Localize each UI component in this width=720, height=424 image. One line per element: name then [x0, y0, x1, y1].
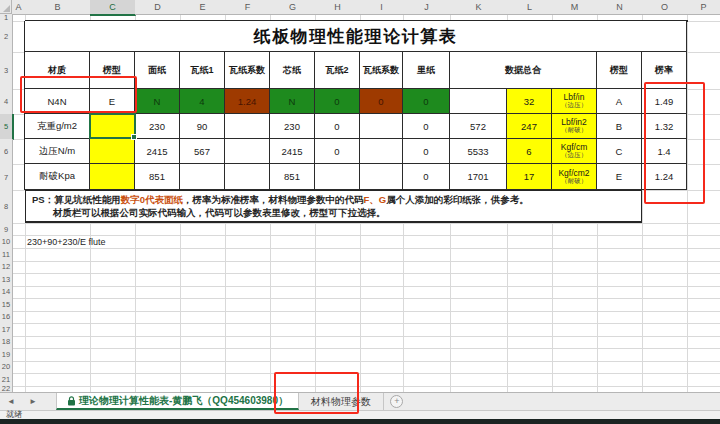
cell-i4[interactable]: 0: [360, 89, 403, 114]
fill-handle[interactable]: [131, 134, 137, 140]
cell-e4[interactable]: 4: [180, 89, 225, 114]
row-header-15[interactable]: 15: [0, 298, 13, 312]
row-header-2[interactable]: 2: [0, 21, 13, 53]
cell-n4[interactable]: A: [597, 89, 642, 114]
cell-h6[interactable]: 0: [315, 139, 360, 164]
header-corrugating2[interactable]: 瓦纸2: [315, 52, 360, 89]
row-header-17[interactable]: 17: [0, 323, 13, 337]
header-liner-paper[interactable]: 里纸: [403, 52, 450, 89]
row-header-18[interactable]: 18: [0, 336, 13, 350]
cell-k7[interactable]: 1701: [450, 164, 507, 190]
cell-f5-empty[interactable]: [225, 114, 270, 139]
cell-e5[interactable]: 90: [180, 114, 225, 139]
cell-n7[interactable]: E: [597, 164, 642, 190]
row-header-14[interactable]: 14: [0, 286, 13, 300]
header-corrugating-factor1[interactable]: 瓦纸系数: [225, 52, 270, 89]
cell-g6[interactable]: 2415: [270, 139, 315, 164]
cell-h4[interactable]: 0: [315, 89, 360, 114]
row-header-13[interactable]: 13: [0, 273, 13, 287]
cell-h5[interactable]: 0: [315, 114, 360, 139]
row-header-6[interactable]: 6: [0, 139, 13, 165]
cell-f4[interactable]: 1.24: [225, 89, 270, 114]
cell-g7[interactable]: 851: [270, 164, 315, 190]
cell-n5[interactable]: B: [597, 114, 642, 139]
cell-h7-empty[interactable]: [315, 164, 360, 190]
table-title[interactable]: 纸板物理性能理论计算表: [25, 21, 687, 52]
cell-l7[interactable]: 17: [507, 164, 552, 190]
cell-l4[interactable]: 32: [507, 89, 552, 114]
cell-k6[interactable]: 5533: [450, 139, 507, 164]
cell-b10-flute-formula[interactable]: 230+90+230/E flute: [27, 235, 277, 248]
cell-d4[interactable]: N: [135, 89, 180, 114]
column-header-F[interactable]: F: [225, 0, 271, 15]
cell-g5[interactable]: 230: [270, 114, 315, 139]
cell-e6[interactable]: 567: [180, 139, 225, 164]
cell-i5-empty[interactable]: [360, 114, 403, 139]
column-header-P[interactable]: P: [687, 0, 720, 15]
column-header-K[interactable]: K: [450, 0, 508, 15]
column-header-D[interactable]: D: [135, 0, 181, 15]
cell-b5-grammage-label[interactable]: 克重g/m2: [25, 114, 90, 139]
row-header-20[interactable]: 20: [0, 361, 13, 375]
cell-j5[interactable]: 0: [403, 114, 450, 139]
row-header-4[interactable]: 4: [0, 89, 13, 115]
column-header-B[interactable]: B: [25, 0, 91, 15]
ps-note-cell[interactable]: PS：算见坑纸性能用数字0代表面纸，楞率为标准楞率，材料物理参数中的代码F、G属…: [25, 190, 642, 223]
column-header-H[interactable]: H: [315, 0, 361, 15]
cell-d5[interactable]: 230: [135, 114, 180, 139]
column-header-A[interactable]: A: [12, 0, 26, 15]
header-corrugating1[interactable]: 瓦纸1: [180, 52, 225, 89]
cell-m4-unit[interactable]: Lbf/in （边压）: [552, 89, 597, 114]
column-header-I[interactable]: I: [360, 0, 404, 15]
cell-k4-empty[interactable]: [450, 89, 507, 114]
row-header-7[interactable]: 7: [0, 164, 13, 191]
cell-e7-empty[interactable]: [180, 164, 225, 190]
column-header-J[interactable]: J: [403, 0, 451, 15]
cell-b6-edge-crush-label[interactable]: 边压N/m: [25, 139, 90, 164]
scroll-tabs-right-icon[interactable]: ►: [22, 393, 44, 410]
column-header-N[interactable]: N: [597, 0, 643, 15]
row-header-10[interactable]: 10: [0, 235, 13, 249]
cell-l5[interactable]: 247: [507, 114, 552, 139]
cell-i7-empty[interactable]: [360, 164, 403, 190]
cell-c6-empty[interactable]: [90, 139, 135, 164]
row-header-5[interactable]: 5: [0, 114, 14, 140]
cell-l6[interactable]: 6: [507, 139, 552, 164]
new-sheet-button[interactable]: +: [384, 393, 410, 410]
row-header-3[interactable]: 3: [0, 52, 13, 90]
cell-f7-empty[interactable]: [225, 164, 270, 190]
row-header-11[interactable]: 11: [0, 248, 13, 262]
row-header-19[interactable]: 19: [0, 348, 13, 362]
cell-n6[interactable]: C: [597, 139, 642, 164]
scroll-tabs-left-icon[interactable]: ◄: [0, 393, 22, 410]
header-corrugating-factor2[interactable]: 瓦纸系数: [360, 52, 403, 89]
row-header-12[interactable]: 12: [0, 261, 13, 275]
cell-m6-unit[interactable]: Kgf/cm （边压）: [552, 139, 597, 164]
cell-k5[interactable]: 572: [450, 114, 507, 139]
active-cell-selection[interactable]: [89, 113, 136, 139]
header-core-paper[interactable]: 芯纸: [270, 52, 315, 89]
cell-m7-unit[interactable]: Kgf/cm2 （耐破）: [552, 164, 597, 190]
cell-f6-empty[interactable]: [225, 139, 270, 164]
cell-j6[interactable]: 0: [403, 139, 450, 164]
cell-g4[interactable]: N: [270, 89, 315, 114]
column-header-M[interactable]: M: [552, 0, 598, 15]
row-header-8[interactable]: 8: [0, 190, 13, 224]
column-header-C[interactable]: C: [90, 0, 136, 16]
header-data-summary[interactable]: 数据总合: [450, 52, 597, 89]
cell-b7-burst-label[interactable]: 耐破Kpa: [25, 164, 90, 190]
select-all-button[interactable]: [0, 0, 12, 14]
cell-i6-empty[interactable]: [360, 139, 403, 164]
cell-d7[interactable]: 851: [135, 164, 180, 190]
cell-j7[interactable]: 0: [403, 164, 450, 190]
cell-c7-empty[interactable]: [90, 164, 135, 190]
header-flute-type2[interactable]: 楞型: [597, 52, 642, 89]
cell-d6[interactable]: 2415: [135, 139, 180, 164]
row-header-16[interactable]: 16: [0, 311, 13, 325]
column-header-G[interactable]: G: [270, 0, 316, 15]
cell-j4[interactable]: 0: [403, 89, 450, 114]
column-header-O[interactable]: O: [642, 0, 688, 15]
cell-m5-unit[interactable]: Lbf/in2 （耐破）: [552, 114, 597, 139]
tab-theory-calculation-sheet[interactable]: 理论物理计算性能表-黄鹏飞（QQ454603980）: [56, 393, 299, 410]
column-header-E[interactable]: E: [180, 0, 226, 15]
